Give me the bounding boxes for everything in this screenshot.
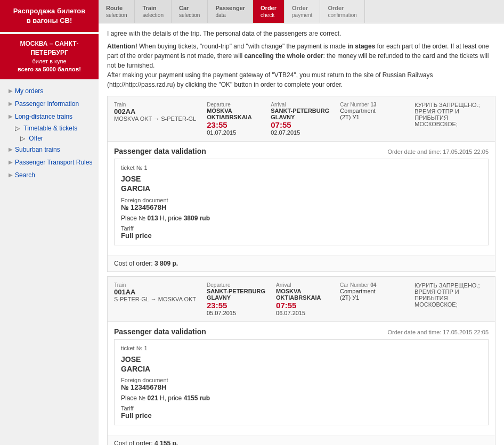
tariff-label-1: Tariff <box>121 225 482 232</box>
sidebar-promo-top: Распродажа билетов в вагоны СВ! <box>0 0 99 32</box>
departure-label-1: Departure <box>207 102 260 108</box>
arrow-icon: ▶ <box>9 113 13 119</box>
departure-station-2: SANKT-PETERBURGGLAVNY <box>207 288 265 301</box>
train-info-header-1: Train 002АА MOSKVA OKT → S-PETER-GL Depa… <box>108 96 495 142</box>
arrow-icon: ▶ <box>9 159 13 165</box>
sidebar-item-timetable[interactable]: ▷ Timetable & tickets <box>0 123 99 134</box>
arrival-time-1: 07:55 <box>271 120 329 129</box>
arrival-time-2: 07:55 <box>276 301 329 310</box>
step-route: Route selection <box>99 0 135 23</box>
arrow-icon: ▷ <box>15 125 20 132</box>
train-route-2: S-PETER-GL → MOSKVA OKT <box>114 296 196 302</box>
suburban-link[interactable]: Suburban trains <box>15 146 60 153</box>
arrival-label-2: Arrival <box>276 282 329 288</box>
tariff-value-1: Full price <box>121 232 482 240</box>
sidebar-promo-bottom: МОСКВА – САНКТ-ПЕТЕРБУРГ билет в купе вс… <box>0 34 99 79</box>
car-col-1: Car Number 13 Compartment(2T) У1 <box>340 102 404 136</box>
validation-title-2: Passenger data validation <box>114 327 206 336</box>
step-passenger: Passenger data <box>208 0 253 23</box>
departure-date-1: 01.07.2015 <box>207 129 260 136</box>
promo-points: всего за 5000 баллов! <box>5 65 93 73</box>
timetable-link[interactable]: Timetable & tickets <box>23 125 77 132</box>
departure-col-2: Departure SANKT-PETERBURGGLAVNY 23:55 05… <box>207 282 265 316</box>
promo-route: МОСКВА – САНКТ-ПЕТЕРБУРГ <box>5 39 93 57</box>
step-train: Train selection <box>135 0 171 23</box>
departure-time-2: 23:55 <box>207 301 265 310</box>
doc-number-2: № 12345678H <box>121 383 482 391</box>
sidebar-item-search[interactable]: ▶ Search <box>0 169 99 182</box>
sidebar-item-transport-rules[interactable]: ▶ Passenger Transport Rules <box>0 156 99 169</box>
arrival-date-2: 06.07.2015 <box>276 310 329 316</box>
train-col-2: Train 001АА S-PETER-GL → MOSKVA OKT <box>114 282 196 316</box>
doc-label-2: Foreign document <box>121 377 482 383</box>
car-number-label-2: Car Number 04 <box>340 282 404 288</box>
place-price-2: Place № 021 Н, price 4155 rub <box>121 394 482 402</box>
long-distance-link[interactable]: Long-distance trains <box>15 113 72 120</box>
cost-label-2: Cost of order: <box>114 440 153 445</box>
order-date-1: Order date and time: 17.05.2015 22:05 <box>387 149 489 155</box>
promo-top-text: Распродажа билетов в вагоны СВ! <box>13 7 86 24</box>
arrival-station-1: SANKT-PETERBURGGLAVNY <box>271 108 329 120</box>
cost-label-1: Cost of order: <box>114 260 153 267</box>
arrival-col-2: Arrival MOSKVAOKTIABRSKAIA 07:55 06.07.2… <box>276 282 329 316</box>
doc-label-1: Foreign document <box>121 197 482 203</box>
arrival-date-1: 02.07.2015 <box>271 129 329 136</box>
order-block-1: Train 002АА MOSKVA OKT → S-PETER-GL Depa… <box>107 96 495 271</box>
step-order-check: Order check <box>253 0 284 23</box>
departure-col-1: Departure MOSKVAOKTIABRSKAIA 23:55 01.07… <box>207 102 260 136</box>
progress-bar: Route selection Train selection Car sele… <box>99 0 504 23</box>
agree-text: I agree with the details of the trip. Th… <box>107 30 495 37</box>
arrow-icon: ▶ <box>9 88 13 94</box>
departure-station-1: MOSKVAOKTIABRSKAIA <box>207 108 260 120</box>
tariff-label-2: Tariff <box>121 405 482 411</box>
train-col-1: Train 002АА MOSKVA OKT → S-PETER-GL <box>114 102 196 136</box>
order-date-2: Order date and time: 17.05.2015 22:05 <box>387 329 489 335</box>
sidebar-item-long-distance[interactable]: ▶ Long-distance trains <box>0 110 99 123</box>
validation-title-1: Passenger data validation <box>114 147 206 155</box>
arrival-station-2: MOSKVAOKTIABRSKAIA <box>276 288 329 301</box>
departure-date-2: 05.07.2015 <box>207 310 265 316</box>
cost-value-2: 4 155 p. <box>155 440 178 445</box>
order-block-2: Train 001АА S-PETER-GL → MOSKVA OKT Depa… <box>107 276 495 445</box>
validation-section-1: Passenger data validation Order date and… <box>108 142 495 254</box>
step-car: Car selection <box>172 0 208 23</box>
sidebar-item-offer[interactable]: ▷ Offer <box>0 134 99 143</box>
arrival-label-1: Arrival <box>271 102 329 108</box>
attention-box: Attention! When buying tickets, "round-t… <box>107 42 495 89</box>
compartment-2: Compartment(2T) У1 <box>340 288 404 301</box>
arrow-icon: ▶ <box>9 146 13 152</box>
passenger-info-link[interactable]: Passenger information <box>15 100 79 108</box>
transport-rules-link[interactable]: Passenger Transport Rules <box>15 159 92 166</box>
departure-label-2: Departure <box>207 282 265 288</box>
sidebar-item-my-orders[interactable]: ▶ My orders <box>0 85 99 97</box>
main-content: Route selection Train selection Car sele… <box>99 0 504 445</box>
offer-link[interactable]: Offer <box>29 135 43 142</box>
my-orders-link[interactable]: My orders <box>15 87 43 95</box>
train-info-header-2: Train 001АА S-PETER-GL → MOSKVA OKT Depa… <box>108 277 495 322</box>
step-order-confirmation: Order confirmation <box>320 0 364 23</box>
tariff-value-2: Full price <box>121 411 482 419</box>
train-label-1: Train <box>114 102 196 108</box>
cost-line-2: Cost of order: 4 155 p. <box>108 435 495 445</box>
step-order-payment: Order payment <box>284 0 320 23</box>
content-area: I agree with the details of the trip. Th… <box>99 23 504 445</box>
compartment-1: Compartment(2T) У1 <box>340 108 404 120</box>
ticket-number-1: ticket № 1 <box>121 164 482 171</box>
ticket-block-2: ticket № 1 JOSE GARCIA Foreign document … <box>114 339 489 425</box>
doc-number-1: № 12345678H <box>121 203 482 211</box>
validation-section-2: Passenger data validation Order date and… <box>108 322 495 435</box>
sidebar: Распродажа билетов в вагоны СВ! МОСКВА –… <box>0 0 99 445</box>
sidebar-item-passenger-info[interactable]: ▶ Passenger information <box>0 97 99 110</box>
attention-label: Attention! <box>107 43 137 50</box>
arrow-icon: ▶ <box>9 101 13 106</box>
sidebar-item-suburban[interactable]: ▶ Suburban trains <box>0 143 99 156</box>
ticket-block-1: ticket № 1 JOSE GARCIA Foreign document … <box>114 159 489 245</box>
ticket-number-2: ticket № 1 <box>121 345 482 351</box>
attention-body: When buying tickets, "round-trip" and "w… <box>107 43 489 88</box>
search-link[interactable]: Search <box>15 171 35 179</box>
arrival-col-1: Arrival SANKT-PETERBURGGLAVNY 07:55 02.0… <box>271 102 329 136</box>
passenger-name-2: JOSE GARCIA <box>121 355 482 374</box>
train-label-2: Train <box>114 282 196 288</box>
cost-line-1: Cost of order: 3 809 p. <box>108 255 495 271</box>
passenger-name-1: JOSE GARCIA <box>121 174 482 193</box>
